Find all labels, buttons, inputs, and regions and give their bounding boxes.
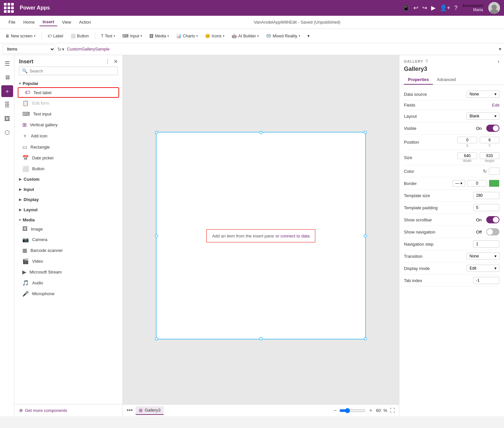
data-source-select[interactable]: None ▾ xyxy=(467,91,499,98)
props-help-icon[interactable]: ? xyxy=(425,59,428,64)
border-color-swatch[interactable] xyxy=(489,180,499,187)
zoom-minus-icon[interactable]: − xyxy=(334,408,337,414)
data-icon[interactable]: 🗄 xyxy=(1,99,13,111)
camera-item[interactable]: 📷 Camera xyxy=(14,234,122,245)
label-button[interactable]: 🏷 Label xyxy=(45,32,66,40)
menu-file[interactable]: File xyxy=(5,18,19,26)
screens-icon[interactable]: 🖥 xyxy=(1,71,13,83)
ai-builder-button[interactable]: 🤖 AI Builder ▾ xyxy=(229,32,262,40)
insert-close-icon[interactable]: ✕ xyxy=(114,58,118,65)
formula-expand-icon[interactable]: ▾ xyxy=(499,46,501,52)
gallery-connect-link[interactable]: or connect to data xyxy=(275,234,309,238)
text-label-item[interactable]: 🏷 Text label xyxy=(18,87,119,98)
video-item[interactable]: 🎬 Video xyxy=(14,256,122,267)
props-arrow-icon[interactable]: › xyxy=(498,58,499,64)
border-value-input[interactable] xyxy=(467,180,487,187)
position-x-input[interactable] xyxy=(457,137,477,143)
search-input[interactable] xyxy=(30,69,115,73)
input-section-header[interactable]: ▶ Input xyxy=(14,184,122,194)
navigation-step-input[interactable] xyxy=(473,240,499,248)
stream-item[interactable]: ▶ Microsoft Stream xyxy=(14,267,122,277)
text-button[interactable]: T Text ▾ xyxy=(98,32,118,40)
transition-chevron: ▾ xyxy=(494,254,496,258)
add-icon-item[interactable]: ＋ Add icon xyxy=(14,130,122,142)
ai-builder-label: AI Builder xyxy=(238,34,256,38)
layout-select[interactable]: Blank ▾ xyxy=(467,112,499,120)
menu-view[interactable]: View xyxy=(59,18,74,26)
menu-insert[interactable]: Insert xyxy=(39,18,57,26)
tab-index-input[interactable] xyxy=(473,277,499,284)
add-icon-icon: ＋ xyxy=(22,132,28,139)
position-y-input[interactable] xyxy=(480,137,499,143)
size-height-input[interactable] xyxy=(480,153,499,159)
scrollbar-toggle[interactable] xyxy=(486,216,499,223)
layout-section-header[interactable]: ▶ Layout xyxy=(14,205,122,215)
canvas-dots-icon[interactable]: ••• xyxy=(127,407,133,414)
size-width-input[interactable] xyxy=(457,153,477,159)
visible-toggle[interactable] xyxy=(486,125,499,132)
insert-more-icon[interactable]: ⋮ xyxy=(105,58,110,65)
formula-value[interactable]: CustomGallerySample xyxy=(67,47,496,51)
input-button[interactable]: ⌨ Input ▾ xyxy=(120,32,145,40)
tab-advanced[interactable]: Advanced xyxy=(433,75,460,85)
share-icon[interactable]: 👤+ xyxy=(440,4,451,11)
border-style-button[interactable]: — ▾ xyxy=(452,180,465,187)
template-padding-input[interactable] xyxy=(473,204,499,211)
edit-form-icon: 📋 xyxy=(22,100,29,106)
icons-button[interactable]: 😊 Icons ▾ xyxy=(202,32,227,40)
more-button[interactable]: ▾ xyxy=(305,32,312,40)
audio-item[interactable]: 🎵 Audio xyxy=(14,277,122,288)
template-size-input[interactable] xyxy=(473,192,499,199)
redo-icon[interactable]: ↪ xyxy=(422,4,427,11)
transition-select[interactable]: None ▾ xyxy=(467,253,499,260)
help-icon[interactable]: ? xyxy=(454,5,457,11)
edit-form-item[interactable]: 📋 Edit form xyxy=(14,98,122,109)
display-section-header[interactable]: ▶ Display xyxy=(14,194,122,205)
fx-dropdown[interactable]: ▾ xyxy=(62,47,64,52)
play-icon[interactable]: ▶ xyxy=(431,4,436,11)
zoom-slider[interactable] xyxy=(339,408,366,413)
insert-icon[interactable]: ＋ xyxy=(1,85,13,97)
fields-edit-link[interactable]: Edit xyxy=(492,103,499,108)
microphone-item[interactable]: 🎤 Microphone xyxy=(14,288,122,299)
zoom-expand-icon[interactable]: ⛶ xyxy=(390,408,395,414)
undo-icon[interactable]: ↩ xyxy=(413,4,418,11)
color-swatch[interactable] xyxy=(489,168,499,175)
media-section-header[interactable]: ▾ Media xyxy=(14,215,122,224)
rectangle-item[interactable]: ▭ Rectangle xyxy=(14,142,122,153)
text-input-item[interactable]: ⌨ Text input xyxy=(14,109,122,119)
phone-icon[interactable]: 📱 xyxy=(402,4,410,11)
barcode-item[interactable]: ▦ Barcode scanner xyxy=(14,245,122,256)
waffle-menu[interactable] xyxy=(4,3,14,13)
menu-action[interactable]: Action xyxy=(76,18,94,26)
button-button[interactable]: ⬜ Button xyxy=(68,32,92,40)
tab-properties[interactable]: Properties xyxy=(404,75,433,85)
mixed-reality-button[interactable]: 🥽 Mixed Reality ▾ xyxy=(263,32,303,40)
display-mode-select[interactable]: Edit ▾ xyxy=(467,265,499,272)
navigation-toggle[interactable] xyxy=(486,228,499,235)
hamburger-menu-icon[interactable]: ☰ xyxy=(1,58,13,70)
insert-search-box[interactable]: 🔍 xyxy=(19,67,118,75)
canvas-frame[interactable]: Add an item from the insert pane or conn… xyxy=(156,132,366,339)
charts-button[interactable]: 📊 Charts ▾ xyxy=(174,32,200,40)
gallery-tab[interactable]: ⊞ Gallery3 xyxy=(136,406,164,415)
popular-section-header[interactable]: ▾ Popular xyxy=(14,78,122,87)
date-picker-text: Date picker xyxy=(32,155,54,160)
color-rotate-icon[interactable]: ↻ xyxy=(483,169,487,174)
avatar[interactable] xyxy=(488,2,500,14)
date-picker-item[interactable]: 📅 Date picker xyxy=(14,153,122,163)
zoom-plus-icon[interactable]: ＋ xyxy=(368,407,373,414)
media-side-icon[interactable]: 🖼 xyxy=(1,113,13,125)
vertical-gallery-item[interactable]: ⊞ Vertical gallery xyxy=(14,119,122,130)
custom-section-header[interactable]: ▶ Custom xyxy=(14,174,122,184)
camera-icon: 📷 xyxy=(22,236,29,243)
media-button[interactable]: 🖼 Media ▾ xyxy=(147,32,172,40)
data-source-row: Data source None ▾ xyxy=(404,88,499,100)
menu-home[interactable]: Home xyxy=(20,18,38,26)
image-item[interactable]: 🖼 Image xyxy=(14,224,122,234)
property-select[interactable]: Items xyxy=(3,45,55,54)
get-more-components[interactable]: ⊕ Get more components xyxy=(14,404,122,416)
components-icon[interactable]: ⬡ xyxy=(1,127,13,138)
new-screen-button[interactable]: 🖥 New screen ▾ xyxy=(3,32,38,40)
button-item[interactable]: ⬜ Button xyxy=(14,163,122,174)
